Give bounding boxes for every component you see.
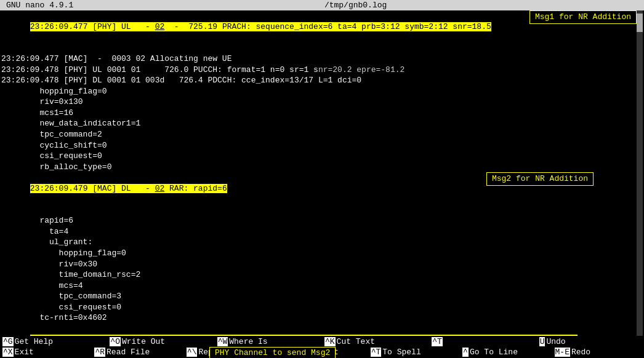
key-to-spell-row1[interactable]: ^T [429,336,536,347]
log-line-17: hopping_flag=0 [1,248,643,259]
key-label-whereis: Where Is [229,337,267,346]
key-label-readfile: Read File [107,348,150,357]
msg1-annotation: Msg1 for NR Addition [529,10,637,24]
log-line-24: 23:26:09.479 [PHY] DL - 02 010d 726.10 P… [1,324,643,336]
scrollbar[interactable] [637,10,643,336]
key-shortcut-cut: ^K [324,337,336,346]
msg2-annotation: Msg2 for NR Addition [486,172,594,186]
key-shortcut-gethelp: ^G [2,337,14,346]
key-label-tospell: To Spell [382,348,421,357]
log-line-21: tpc_command=3 [1,291,643,302]
app-name: GNU nano 4.9.1 [6,1,73,10]
key-label-writeout: Write Out [122,337,165,346]
log-line-13: 23:26:09.479 [MAC] DL - 02 RAR: rapid=6 … [1,172,643,215]
key-undo[interactable]: U Undo [537,336,644,347]
key-go-to-line[interactable]: ^ Go To Line [460,347,552,357]
log-line-8: new_data_indicator1=1 [1,118,643,129]
main-content: 23:26:09.477 [PHY] UL - 02 - 725.19 PRAC… [0,10,644,336]
key-shortcut-gotoline: ^ [462,348,469,357]
key-write-out[interactable]: ^O Write Out [107,336,214,347]
status-bar: ^G Get Help ^O Write Out ^W Where Is ^K … [0,336,644,358]
log-line-14: rapid=6 [1,215,643,226]
key-redo[interactable]: M-E Redo [552,347,644,357]
log-line-22: csi_request=0 [1,302,643,313]
key-read-file[interactable]: ^R Read File [92,347,183,357]
log-line-6: riv=0x130 [1,97,643,108]
log-line-12: rb_alloc_type=0 [1,162,643,173]
log-line-4: 23:26:09.478 [PHY] DL 0001 01 003d 726.4… [1,75,643,86]
key-get-help[interactable]: ^G Get Help [0,336,107,347]
content-area: 23:26:09.477 [PHY] UL - 02 - 725.19 PRAC… [1,10,643,336]
log-line-9: tpc_command=2 [1,129,643,140]
key-label-undo: Undo [546,337,565,346]
key-shortcut-tospell-r1: ^T [432,337,443,346]
key-row-2: ^X Exit ^R Read File ^\ Replace ^U Paste… [0,347,644,357]
log-line-5: hopping_flag=0 [1,86,643,97]
key-label-cut: Cut Text [337,337,375,346]
key-to-spell[interactable]: ^T To Spell [368,347,460,357]
key-cut-text[interactable]: ^K Cut Text [322,336,429,347]
log-line-11: csi_request=0 [1,151,643,162]
key-shortcut-readfile: ^R [94,348,105,357]
scrollbar-thumb[interactable] [637,14,643,32]
log-line-16: ul_grant: [1,237,643,248]
key-row-1: ^G Get Help ^O Write Out ^W Where Is ^K … [0,336,644,347]
file-path: /tmp/gnb0.log [324,1,387,10]
log-line-1: 23:26:09.477 [PHY] UL - 02 - 725.19 PRAC… [1,10,643,54]
key-shortcut-undo: U [539,337,545,346]
key-shortcut-writeout: ^O [110,337,121,346]
phy-status-annotation: PHY Channel to send Msg2 [209,347,336,358]
key-shortcut-redo: M-E [555,348,570,357]
key-shortcut-tospell: ^T [371,348,382,357]
key-label-gotoline: Go To Line [470,348,518,357]
log-line-7: mcs1=16 [1,108,643,119]
log-line-23: tc-rnti=0x4602 [1,312,643,324]
log-line-20: mcs=4 [1,280,643,292]
log-line-18: riv=0x30 [1,259,643,270]
title-bar: GNU nano 4.9.1 /tmp/gnb0.log [0,0,644,10]
key-where-is[interactable]: ^W Where Is [215,336,322,347]
log-line-3: 23:26:09.478 [PHY] UL 0001 01 726.0 PUCC… [1,65,643,76]
key-label-redo: Redo [571,348,590,357]
key-shortcut-replace: ^\ [187,348,198,357]
log-line-10: cyclic_shift=0 [1,140,643,151]
key-label-gethelp: Get Help [15,337,53,346]
key-label-exit: Exit [15,348,34,357]
key-shortcut-whereis: ^W [217,337,228,346]
log-line-19: time_domain_rsc=2 [1,269,643,280]
log-line-15: ta=4 [1,226,643,237]
key-shortcut-exit: ^X [2,348,14,357]
log-line-2: 23:26:09.477 [MAC] - 0003 02 Allocating … [1,54,643,65]
key-exit[interactable]: ^X Exit [0,347,92,357]
